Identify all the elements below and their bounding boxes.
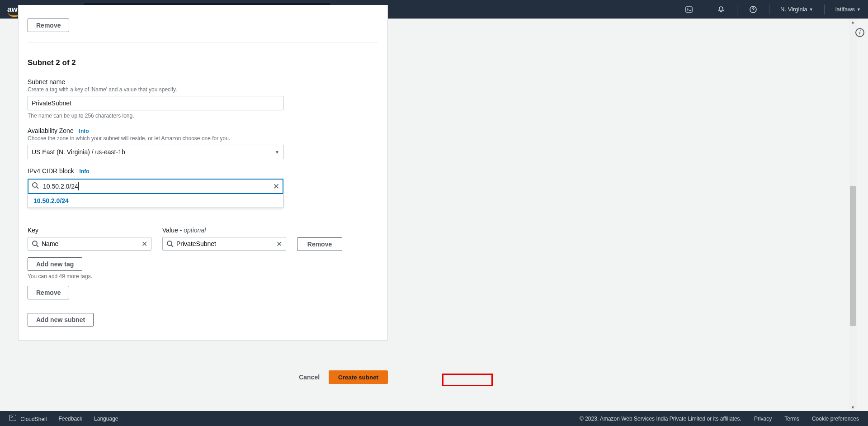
region-selector[interactable]: N. Virginia▼ [780,6,813,13]
divider [28,220,378,220]
divider [769,5,769,14]
search-icon [32,182,39,191]
svg-line-7 [37,245,38,247]
account-menu[interactable]: latifaws▼ [835,6,861,13]
tag-value-input[interactable]: PrivateSubnet ✕ [162,237,286,251]
add-tag-button[interactable]: Add new tag [28,257,82,271]
bottom-bar: CloudShell Feedback Language © 2023, Ama… [0,411,868,426]
cidr-suggestion-item[interactable]: 10.50.2.0/24 [28,194,283,208]
clear-icon[interactable]: ✕ [142,240,147,248]
subnet-name-field: Subnet name Create a tag with a key of '… [28,78,378,119]
cidr-field: IPv4 CIDR block Info 10.50.2.0/24 ✕ 10.5… [28,167,378,194]
subnet-name-label: Subnet name [28,78,378,85]
subnet-name-desc: Create a tag with a key of 'Name' and a … [28,86,378,93]
scrollbar[interactable]: ▲ ▼ [849,19,857,411]
cidr-label: IPv4 CIDR block Info [28,167,378,175]
svg-line-5 [37,187,38,189]
section-heading: Subnet 2 of 2 [28,58,378,67]
clear-icon[interactable]: ✕ [273,182,279,191]
text-cursor [78,182,79,190]
main-content: ▲ ▼ i Remove Subnet 2 of 2 Subnet name C… [0,19,868,411]
az-field: Availability Zone Info Choose the zone i… [28,127,378,159]
cloudshell-link[interactable]: CloudShell [9,415,47,422]
nav-right: N. Virginia▼ latifaws▼ [684,5,861,14]
tag-row: Key Name ✕ Value - optional PrivateSubne… [28,227,378,251]
remove-subnet-1-button[interactable]: Remove [28,19,69,32]
cloudshell-icon [9,415,16,421]
svg-rect-2 [686,7,692,12]
privacy-link[interactable]: Privacy [754,416,772,422]
cidr-info-link[interactable]: Info [80,168,90,175]
annotation-highlight [442,374,493,386]
az-desc: Choose the zone in which your subnet wil… [28,135,378,142]
chevron-down-icon: ▼ [275,150,279,155]
clear-icon[interactable]: ✕ [276,240,282,248]
form-actions: Cancel Create subnet [18,370,388,384]
svg-line-9 [171,245,173,247]
az-select[interactable]: US East (N. Virginia) / us-east-1b ▼ [28,145,283,159]
scroll-down-icon[interactable]: ▼ [851,405,855,410]
cidr-input[interactable]: 10.50.2.0/24 [28,179,283,194]
svg-point-8 [167,241,172,246]
tags-remaining-hint: You can add 49 more tags. [28,273,378,279]
terms-link[interactable]: Terms [784,416,799,422]
divider [824,5,825,14]
divider [705,5,705,14]
svg-point-4 [33,183,37,187]
az-info-link[interactable]: Info [79,128,89,134]
copyright-text: © 2023, Amazon Web Services India Privat… [580,416,741,422]
tag-key-label: Key [28,227,151,234]
add-subnet-button[interactable]: Add new subnet [28,313,94,327]
subnet-form-panel: Remove Subnet 2 of 2 Subnet name Create … [18,5,388,341]
tag-key-input[interactable]: Name ✕ [28,237,151,251]
scroll-up-icon[interactable]: ▲ [851,20,855,24]
scroll-thumb[interactable] [850,186,856,326]
cidr-input-wrap: 10.50.2.0/24 ✕ 10.50.2.0/24 [28,179,283,194]
remove-subnet-button[interactable]: Remove [28,286,69,299]
tag-value-label: Value - optional [162,227,286,234]
divider [737,5,737,14]
cancel-button[interactable]: Cancel [299,374,320,381]
info-panel-toggle[interactable]: i [855,28,864,37]
cloudshell-icon[interactable] [684,5,694,14]
az-selected-value: US East (N. Virginia) / us-east-1b [32,148,125,156]
svg-point-6 [33,241,37,246]
create-subnet-button[interactable]: Create subnet [329,370,388,384]
az-label: Availability Zone Info [28,127,378,134]
language-link[interactable]: Language [94,416,118,422]
search-icon [166,240,174,247]
cookie-preferences-link[interactable]: Cookie preferences [812,416,859,422]
bell-icon[interactable] [716,5,726,14]
remove-tag-button[interactable]: Remove [297,237,342,251]
help-icon[interactable] [748,5,758,14]
subnet-name-hint: The name can be up to 256 characters lon… [28,113,378,119]
search-icon [32,240,39,247]
caret-down-icon: ▼ [857,7,861,12]
caret-down-icon: ▼ [809,7,813,12]
subnet-name-input[interactable] [28,96,283,110]
cidr-suggestions: 10.50.2.0/24 [28,194,283,208]
feedback-link[interactable]: Feedback [58,416,82,422]
